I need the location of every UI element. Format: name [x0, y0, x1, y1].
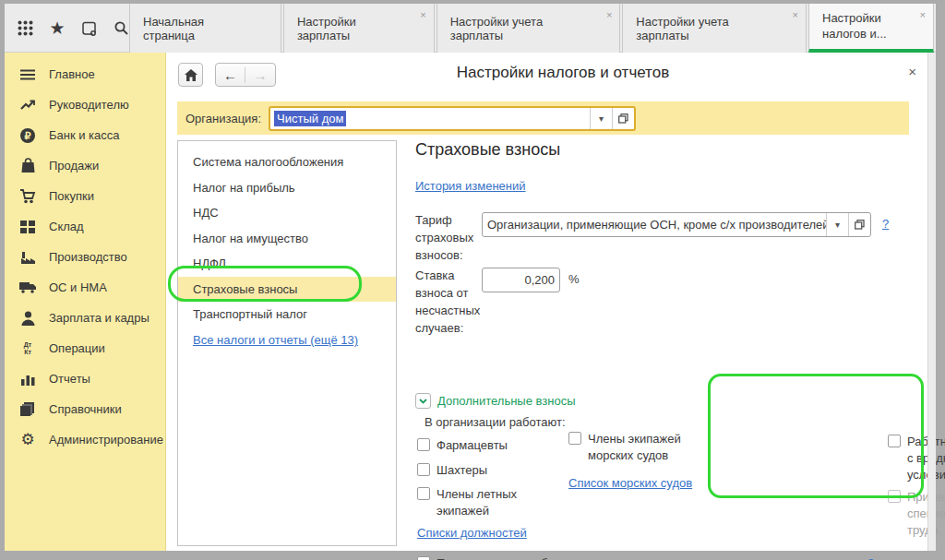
organization-dropdown-icon[interactable]: ▾ — [590, 108, 612, 129]
checkbox-harmful-conditions[interactable]: Работники, занятые на работах с вредными… — [888, 434, 945, 484]
sidebar-item-references[interactable]: Справочники — [5, 394, 165, 424]
ruble-circle-icon: ₽ — [18, 126, 37, 145]
checkbox-pharmacists[interactable]: Фармацевты — [417, 437, 508, 454]
shopping-bag-icon — [18, 157, 37, 175]
sidebar-item-os-nma[interactable]: ОС и НМА — [5, 272, 165, 303]
rate-suffix: % — [568, 272, 580, 286]
close-tab-icon[interactable]: × — [793, 9, 798, 20]
checkbox-special-assessment[interactable]: Применяются результаты специальной оценк… — [888, 489, 945, 540]
history-icon[interactable] — [81, 18, 98, 39]
tariff-dropdown-icon[interactable]: ▾ — [826, 213, 848, 236]
dt-kt-icon: ДтКт — [18, 340, 37, 358]
checkbox[interactable] — [417, 463, 430, 476]
sidebar-item-administration[interactable]: ⚙ Администрирование — [5, 424, 165, 455]
content-heading: Страховые взносы — [415, 140, 918, 160]
books-icon — [18, 400, 37, 419]
search-icon[interactable] — [114, 18, 129, 39]
tariff-value: Организации, применяющие ОСН, кроме с/х … — [483, 213, 826, 236]
tab-salary-settings[interactable]: Настройки зарплаты× — [283, 4, 435, 53]
all-taxes-link[interactable]: Все налоги и отчеты (ещё 13) — [178, 328, 396, 353]
tab-salary-accounting-1[interactable]: Настройки учета зарплаты× — [437, 4, 621, 53]
main-panel: ← → Настройки налогов и отчетов × Органи… — [166, 53, 927, 551]
chevron-down-icon — [415, 393, 431, 409]
tariff-select[interactable]: Организации, применяющие ОСН, кроме с/х … — [482, 212, 871, 237]
tab-strip: Начальная страница Настройки зарплаты× Н… — [129, 4, 936, 53]
svg-text:₽: ₽ — [25, 130, 31, 141]
truck-icon — [18, 279, 37, 297]
organization-input[interactable]: Чистый дом ▾ — [269, 106, 636, 131]
sidebar-item-sales[interactable]: Продажи — [5, 150, 165, 181]
sidebar-item-operations[interactable]: ДтКт Операции — [5, 333, 165, 363]
cart-icon — [18, 187, 37, 206]
person-icon — [18, 309, 37, 328]
sidebar-item-warehouse[interactable]: Склад — [5, 211, 165, 242]
page-title: Настройки налогов и отчетов — [305, 64, 821, 82]
tax-item-ndfl[interactable]: НДФЛ — [178, 251, 396, 277]
sidebar-item-bank-cash[interactable]: ₽ Банк и касса — [5, 120, 165, 150]
tax-sections-panel: Система налогообложения Налог на прибыль… — [177, 140, 397, 546]
sidebar-item-purchases[interactable]: Покупки — [5, 181, 165, 211]
menu-icon — [18, 66, 37, 84]
checkbox[interactable] — [888, 435, 901, 447]
checkbox-sea-crews[interactable]: Члены экипажей морских судов — [568, 431, 698, 464]
tax-item-transport-tax[interactable]: Транспортный налог — [178, 302, 396, 328]
checkbox[interactable] — [568, 432, 581, 445]
organization-bar: Организация: Чистый дом ▾ — [177, 101, 909, 135]
additional-contributions-expander[interactable]: Дополнительные взносы — [415, 393, 576, 409]
checkbox[interactable] — [888, 490, 901, 503]
close-form-icon[interactable]: × — [908, 64, 916, 79]
scrollbar[interactable] — [927, 53, 936, 551]
checkbox-flight-crews[interactable]: Члены летных экипажей — [417, 486, 542, 519]
organization-value: Чистый дом — [274, 111, 346, 126]
close-tab-icon[interactable]: × — [920, 9, 926, 20]
sidebar-item-main[interactable]: Главное — [5, 59, 165, 89]
tax-item-taxation-system[interactable]: Система налогообложения — [178, 149, 396, 175]
factory-icon — [18, 248, 37, 267]
position-lists-link[interactable]: Списки должностей — [417, 526, 527, 540]
home-button[interactable] — [178, 63, 203, 87]
rate-input[interactable]: 0,200 — [482, 268, 560, 292]
tab-salary-accounting-2[interactable]: Настройки учета зарплаты× — [622, 4, 807, 53]
history-link[interactable]: История изменений — [415, 179, 526, 193]
checkbox-miners[interactable]: Шахтеры — [417, 462, 487, 479]
checkbox[interactable] — [417, 438, 430, 451]
apps-menu-icon[interactable] — [18, 18, 33, 39]
nav-buttons: ← → — [215, 63, 276, 87]
organization-label: Организация: — [185, 112, 261, 125]
checkbox[interactable] — [417, 556, 430, 560]
favorites-star-icon[interactable]: ★ — [49, 18, 65, 39]
warehouse-icon — [18, 218, 37, 236]
tax-item-insurance-contributions[interactable]: Страховые взносы — [178, 277, 396, 303]
sea-vessels-list-link[interactable]: Список морских судов — [568, 476, 692, 490]
sidebar-item-reports[interactable]: Отчеты — [5, 363, 165, 394]
pension-help-link[interactable]: ? — [867, 556, 874, 560]
checkbox[interactable] — [417, 487, 430, 500]
gear-icon: ⚙ — [18, 431, 37, 449]
insurance-content: Страховые взносы История изменений Тариф… — [415, 140, 918, 551]
trend-chart-icon — [18, 96, 37, 114]
tab-tax-settings-active[interactable]: Настройки налогов и...× — [808, 4, 934, 53]
section-sidebar: Главное Руководителю ₽ Банк и касса Прод… — [5, 53, 166, 551]
tariff-help-link[interactable]: ? — [882, 217, 889, 231]
system-icons: ★ — [12, 4, 129, 53]
sidebar-item-manager[interactable]: Руководителю — [5, 89, 165, 120]
tab-home[interactable]: Начальная страница — [129, 4, 281, 53]
org-workers-label: В организации работают: — [425, 415, 566, 429]
back-button[interactable]: ← — [216, 67, 245, 83]
sidebar-item-production[interactable]: Производство — [5, 242, 165, 272]
rate-label: Ставка взноса от несчастных случаев: — [415, 268, 478, 337]
forward-button[interactable]: → — [245, 67, 275, 83]
bar-chart-icon — [18, 370, 37, 388]
tax-item-vat[interactable]: НДС — [178, 200, 396, 226]
tax-item-property-tax[interactable]: Налог на имущество — [178, 226, 396, 252]
organization-open-list-icon[interactable] — [612, 108, 634, 129]
tariff-open-list-icon[interactable] — [848, 213, 870, 236]
checkbox-voluntary-pension[interactable]: Перечисляются добровольные страховые взн… — [417, 555, 920, 560]
close-tab-icon[interactable]: × — [606, 9, 612, 20]
close-tab-icon[interactable]: × — [420, 9, 425, 20]
sidebar-item-salary-hr[interactable]: Зарплата и кадры — [5, 303, 165, 333]
tariff-label: Тариф страховых взносов: — [415, 212, 478, 265]
top-bar: ★ Начальная страница Настройки зарплаты×… — [5, 4, 936, 53]
tax-item-profit-tax[interactable]: Налог на прибыль — [178, 175, 396, 201]
